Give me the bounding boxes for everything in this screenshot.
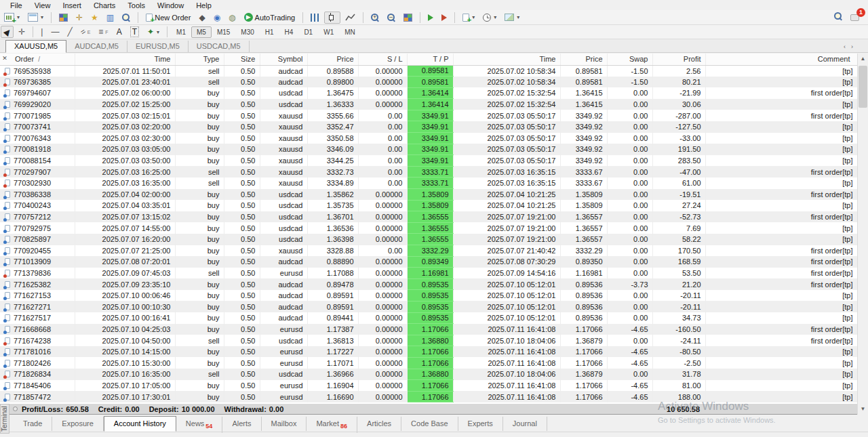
close-icon[interactable]: ✕ (1, 55, 8, 62)
scrollbar-thumb[interactable] (859, 66, 867, 108)
table-row[interactable]: 7709204552025.07.07 21:25:00buy0.50xauus… (0, 245, 857, 257)
zoom-in-button[interactable] (368, 12, 382, 24)
column-header-price2[interactable]: Price (560, 54, 607, 65)
timeframe-mn[interactable]: MN (339, 26, 361, 38)
tab-exposure[interactable]: Exposure (52, 417, 103, 431)
table-row[interactable]: 7708258972025.07.07 16:20:00buy0.50usdca… (0, 234, 857, 245)
tile-windows-button[interactable] (400, 12, 416, 24)
tab-journal[interactable]: Journal (503, 417, 547, 431)
auto-scroll-button[interactable] (425, 12, 437, 24)
tab-mailbox[interactable]: Mailbox (262, 417, 307, 431)
vertical-scrollbar[interactable]: ▲ ▼ (857, 54, 868, 415)
menu-window[interactable]: Window (151, 1, 190, 9)
indicators-button[interactable]: ▾ (459, 12, 478, 24)
tab-articles[interactable]: Articles (357, 417, 401, 431)
scroll-down-icon[interactable]: ▼ (858, 404, 868, 415)
new-chart-button[interactable]: ▾ (1, 12, 23, 24)
chart-tab-audcad-m5[interactable]: AUDCAD,M5 (66, 41, 127, 52)
timeframe-h4[interactable]: H4 (279, 26, 299, 38)
table-row[interactable]: 7716272712025.07.10 00:10:30buy0.50audca… (0, 301, 857, 312)
scroll-up-icon[interactable]: ▲ (858, 54, 868, 64)
trendline-tool-button[interactable]: ╱ (64, 26, 75, 38)
metaeditor-button[interactable]: ◆ (195, 12, 208, 24)
channel-tool-button[interactable]: =E (77, 26, 94, 38)
table-row[interactable]: 7700737412025.07.03 02:20:00buy0.50xauus… (0, 121, 857, 133)
chart-tab-usdcad-m5[interactable]: USDCAD,M5 (189, 41, 250, 52)
column-header-time[interactable]: Time (75, 54, 175, 65)
timeframe-m15[interactable]: M15 (212, 26, 235, 38)
text-tool-button[interactable]: A (113, 26, 125, 38)
tab-market[interactable]: Market86 (307, 417, 357, 433)
chart-shift-button[interactable] (438, 12, 450, 24)
strategy-tester-button[interactable] (119, 12, 134, 24)
table-row[interactable]: 7700819182025.07.03 03:05:00buy0.50xauus… (0, 144, 857, 155)
tab-code-base[interactable]: Code Base (401, 417, 458, 431)
column-header-sl[interactable]: S / L (358, 54, 407, 65)
table-row[interactable]: 7700881542025.07.03 03:50:00buy0.50xauus… (0, 155, 857, 167)
timeframe-m1[interactable]: M1 (171, 26, 191, 38)
menu-help[interactable]: Help (190, 1, 218, 9)
vertical-line-tool-button[interactable]: | (37, 26, 46, 38)
menu-charts[interactable]: Charts (87, 1, 121, 9)
navigator-button[interactable]: ★ (87, 12, 102, 24)
table-row[interactable]: 7702979072025.07.03 16:25:00sell0.50xauu… (0, 166, 857, 178)
cursor-tool-button[interactable]: ▶ (1, 26, 14, 38)
table-row[interactable]: 7707572122025.07.07 13:15:02buy0.50usdca… (0, 211, 857, 223)
tab-alerts[interactable]: Alerts (222, 417, 261, 431)
table-row[interactable]: 7718024262025.07.10 15:30:00buy0.50eurus… (0, 357, 857, 369)
crosshair-tool-button[interactable]: ✛ (15, 26, 28, 38)
candlestick-chart-button[interactable] (324, 12, 340, 24)
table-row[interactable]: 7716271532025.07.10 00:06:46buy0.50audca… (0, 290, 857, 301)
chart-tab-eurusd-m5[interactable]: EURUSD,M5 (127, 41, 189, 52)
table-row[interactable]: 7700719852025.07.03 02:15:01buy0.50xauus… (0, 110, 857, 121)
fibonacci-tool-button[interactable]: ≡F (95, 26, 111, 38)
horizontal-line-tool-button[interactable]: — (47, 26, 62, 38)
table-row[interactable]: 7716686682025.07.10 04:25:03buy0.50eurus… (0, 324, 857, 335)
table-row[interactable]: 7710139092025.07.08 07:20:01buy0.50audca… (0, 256, 857, 268)
table-row[interactable]: 7700763432025.07.03 02:30:00buy0.50xauus… (0, 133, 857, 144)
sound-button[interactable]: ◍ (225, 12, 239, 24)
table-row[interactable]: 7713798362025.07.09 07:45:03sell0.50euru… (0, 268, 857, 279)
table-row[interactable]: 7718268342025.07.10 16:35:00sell0.50usdc… (0, 369, 857, 380)
table-row[interactable]: 7703029302025.07.03 16:35:00sell0.50xauu… (0, 178, 857, 189)
column-header-price[interactable]: Price (307, 54, 358, 65)
table-row[interactable]: 7716742382025.07.10 04:50:00sell0.50usdc… (0, 335, 857, 346)
data-window-button[interactable]: ✛ (73, 12, 86, 24)
timeframe-d1[interactable]: D1 (298, 26, 318, 38)
tab-experts[interactable]: Experts (458, 417, 503, 431)
table-row[interactable]: 7716253822025.07.09 23:35:10buy0.50audca… (0, 278, 857, 290)
table-row[interactable]: 7718454062025.07.10 17:05:00buy0.50eurus… (0, 380, 857, 392)
menu-insert[interactable]: Insert (56, 1, 87, 9)
autotrading-button[interactable]: ▶AutoTrading (241, 12, 299, 24)
menu-file[interactable]: File (4, 1, 28, 9)
templates-button[interactable]: ▾ (501, 12, 523, 24)
column-header-size[interactable]: Size (224, 54, 260, 65)
column-header-symbol[interactable]: Symbol (260, 54, 307, 65)
line-chart-button[interactable] (342, 12, 359, 24)
table-row[interactable]: 7697946072025.07.02 06:00:00buy0.50usdca… (0, 87, 857, 99)
table-row[interactable]: 7703863382025.07.04 02:00:00buy0.50usdca… (0, 189, 857, 201)
timeframe-h1[interactable]: H1 (260, 26, 279, 38)
new-order-button[interactable]: New Order (142, 12, 194, 24)
column-header-order[interactable]: Order/ (0, 54, 75, 65)
profiles-button[interactable]: ▾ (24, 12, 47, 24)
menu-view[interactable]: View (28, 1, 57, 9)
tab-scroll-arrows[interactable]: ‹› (844, 43, 859, 50)
publish-button[interactable]: ◉ (210, 12, 224, 24)
table-row[interactable]: 7695359382025.07.01 11:50:01sell0.50audc… (0, 65, 857, 77)
terminal-button[interactable]: ▥ (103, 12, 117, 24)
notifications-button[interactable]: 1 (850, 11, 863, 22)
column-header-time2[interactable]: Time (453, 54, 560, 65)
tab-account-history[interactable]: Account History (104, 416, 176, 432)
tab-trade[interactable]: Trade (14, 417, 52, 431)
column-header-type[interactable]: Type (175, 54, 224, 65)
arrows-tool-button[interactable]: ✦▾ (144, 26, 163, 38)
bar-chart-button[interactable] (307, 12, 323, 24)
table-row[interactable]: 7717810162025.07.10 14:15:00buy0.50eurus… (0, 346, 857, 358)
column-header-comment[interactable]: Comment (705, 54, 857, 65)
timeframe-m30[interactable]: M30 (235, 26, 259, 38)
search-icon[interactable] (834, 12, 842, 20)
column-header-tp[interactable]: T / P (407, 54, 453, 65)
zoom-out-button[interactable] (384, 12, 399, 24)
tab-news[interactable]: News54 (176, 417, 223, 433)
